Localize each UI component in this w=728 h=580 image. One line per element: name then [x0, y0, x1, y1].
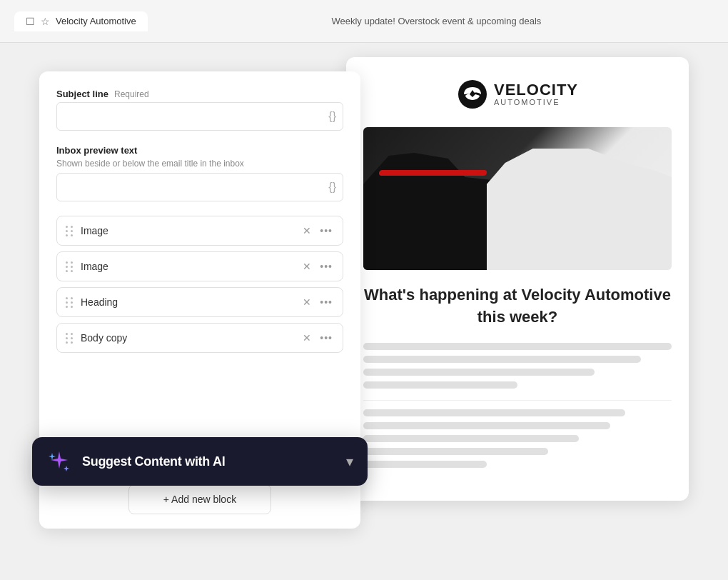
- logo-container: VELOCITY AUTOMOTIVE: [457, 79, 578, 110]
- add-new-block-button[interactable]: + Add new block: [128, 484, 271, 514]
- drag-handle-2[interactable]: [66, 261, 74, 272]
- preview-text-lines-2: [363, 409, 672, 468]
- text-line: [363, 435, 579, 442]
- ai-bar-chevron-icon[interactable]: ▾: [346, 453, 353, 470]
- block-close-3[interactable]: ✕: [301, 295, 313, 309]
- car-light-silhouette: [487, 127, 672, 270]
- block-close-4[interactable]: ✕: [301, 331, 313, 345]
- block-actions-3: ✕ •••: [301, 295, 334, 309]
- tab-star-icon[interactable]: ☆: [41, 16, 50, 27]
- logo-text: VELOCITY AUTOMOTIVE: [494, 82, 578, 106]
- block-body-copy: Body copy ✕ •••: [56, 323, 343, 353]
- preview-panel: VELOCITY AUTOMOTIVE What's happening at …: [346, 57, 689, 501]
- preview-car-image: [363, 127, 672, 270]
- subject-line-input-wrapper: {}: [56, 102, 343, 131]
- block-more-1[interactable]: •••: [318, 224, 334, 238]
- text-line: [363, 356, 641, 363]
- subject-line-label: Subject line Required: [56, 89, 343, 99]
- subject-line-input[interactable]: [56, 102, 343, 131]
- block-label-body-copy: Body copy: [81, 332, 294, 344]
- velocity-logo-icon: [457, 79, 488, 110]
- preview-content: VELOCITY AUTOMOTIVE What's happening at …: [346, 57, 689, 501]
- block-image-2: Image ✕ •••: [56, 251, 343, 281]
- block-close-2[interactable]: ✕: [301, 259, 313, 274]
- inbox-preview-input[interactable]: [56, 173, 343, 201]
- text-line: [363, 448, 548, 455]
- block-image-1: Image ✕ •••: [56, 216, 343, 246]
- logo-brand: VELOCITY: [494, 82, 578, 98]
- text-line: [363, 381, 517, 389]
- ai-sparkle-icon: [46, 449, 72, 474]
- main-content: Subject line Required {} Inbox preview t…: [0, 43, 728, 580]
- block-label-heading: Heading: [81, 296, 294, 308]
- preview-logo: VELOCITY AUTOMOTIVE: [363, 79, 672, 113]
- block-actions-4: ✕ •••: [301, 331, 334, 345]
- car-red-detail: [378, 170, 487, 176]
- drag-handle-3[interactable]: [66, 297, 74, 308]
- ai-bar-label: Suggest Content with AI: [82, 454, 336, 469]
- block-close-1[interactable]: ✕: [301, 224, 313, 238]
- inbox-preview-group: Inbox preview text Shown beside or below…: [56, 145, 343, 201]
- required-badge: Required: [114, 89, 149, 99]
- block-actions-1: ✕ •••: [301, 224, 334, 238]
- blocks-area: Image ✕ ••• Image ✕ •••: [56, 216, 343, 353]
- block-label-image-1: Image: [81, 225, 294, 236]
- logo-sub: AUTOMOTIVE: [494, 98, 578, 106]
- address-bar: Weekly update! Overstock event & upcomin…: [159, 16, 714, 26]
- preview-text-lines-1: [363, 343, 672, 389]
- text-line: [363, 461, 487, 468]
- inbox-preview-label: Inbox preview text: [56, 145, 343, 156]
- block-more-3[interactable]: •••: [318, 295, 334, 309]
- block-more-4[interactable]: •••: [318, 331, 334, 345]
- screenshot-background: ☐ ☆ Velocity Automotive Weekly update! O…: [0, 0, 728, 580]
- preview-divider: [363, 400, 672, 401]
- inbox-preview-sublabel: Shown beside or below the email title in…: [56, 159, 343, 169]
- suggest-ai-bar[interactable]: Suggest Content with AI ▾: [32, 437, 368, 486]
- preview-heading: What's happening at Velocity Automotive …: [363, 284, 672, 329]
- text-line: [363, 343, 672, 350]
- block-more-2[interactable]: •••: [318, 259, 334, 274]
- block-heading: Heading ✕ •••: [56, 287, 343, 317]
- subject-line-group: Subject line Required {}: [56, 89, 343, 131]
- tab-page-icon: ☐: [26, 16, 35, 27]
- block-actions-2: ✕ •••: [301, 259, 334, 274]
- browser-tab[interactable]: ☐ ☆ Velocity Automotive: [14, 11, 148, 31]
- text-line: [363, 422, 610, 429]
- inbox-preview-input-wrapper: {}: [56, 173, 343, 201]
- browser-chrome: ☐ ☆ Velocity Automotive Weekly update! O…: [0, 0, 728, 43]
- drag-handle-1[interactable]: [66, 226, 74, 236]
- tab-title: Velocity Automotive: [56, 16, 136, 26]
- block-label-image-2: Image: [81, 261, 294, 272]
- text-line: [363, 409, 625, 416]
- drag-handle-4[interactable]: [66, 333, 74, 344]
- editor-panel: Subject line Required {} Inbox preview t…: [39, 71, 360, 529]
- text-line: [363, 369, 595, 376]
